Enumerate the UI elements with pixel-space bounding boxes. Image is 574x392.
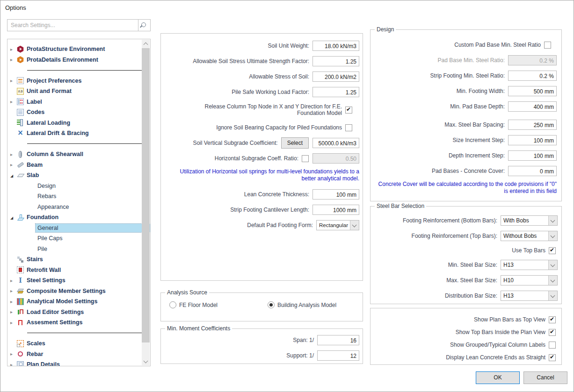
combo-value: H13 xyxy=(501,262,548,268)
strip-cantilever-field[interactable]: 1000 mm xyxy=(312,205,359,215)
ignore-soil-bearing-checkbox[interactable] xyxy=(345,124,352,131)
sidebar-item-label[interactable]: Label xyxy=(7,97,150,107)
project-preferences-icon xyxy=(17,77,24,84)
expand-icon[interactable] xyxy=(10,46,17,53)
subgrade-select-button[interactable]: Select xyxy=(281,137,309,149)
expand-icon[interactable] xyxy=(10,277,17,284)
chevron-down-icon[interactable] xyxy=(548,260,557,270)
sidebar-item-protadetails-environment[interactable]: ProtaDetails Environment xyxy=(7,55,150,65)
max-bar-size-combo[interactable]: H10 xyxy=(501,275,558,285)
min-bar-size-combo[interactable]: H13 xyxy=(501,260,558,270)
lean-ends-straight-checkbox[interactable] xyxy=(549,354,556,361)
group-title: Steel Bar Selection xyxy=(375,203,426,209)
custom-ratio-checkbox[interactable] xyxy=(544,42,551,49)
radio-label: FE Floor Model xyxy=(179,302,218,308)
chevron-down-icon[interactable] xyxy=(548,231,557,241)
ok-button[interactable]: OK xyxy=(476,371,520,384)
sidebar-item-project-preferences[interactable]: Project Preferences xyxy=(7,76,150,86)
pad-footing-form-combo[interactable]: Rectangular xyxy=(316,220,359,230)
radio-label: Building Analysis Model xyxy=(277,302,336,308)
expand-icon[interactable] xyxy=(10,287,17,294)
sidebar-item-codes[interactable]: Codes xyxy=(7,107,150,118)
expand-icon[interactable] xyxy=(10,161,17,168)
sidebar-item-protastructure-environment[interactable]: ProtaStructure Environment xyxy=(7,44,150,55)
span-field[interactable]: 16 xyxy=(317,335,359,345)
min-pad-depth-field[interactable]: 400 mm xyxy=(508,101,557,112)
strip-ratio-field[interactable]: 0.2 % xyxy=(508,71,557,81)
sidebar-item-slab[interactable]: Slab xyxy=(7,170,150,181)
sidebar-item-column-shearwall[interactable]: Column & Shearwall xyxy=(7,149,150,160)
concrete-cover-field[interactable]: 0 mm xyxy=(508,166,557,176)
sidebar-item-foundation-general[interactable]: General xyxy=(7,223,150,234)
scroll-down-icon[interactable] xyxy=(142,357,150,365)
fe-floor-model-radio[interactable]: FE Floor Model xyxy=(169,301,268,308)
scrollbar-thumb[interactable] xyxy=(142,48,150,342)
sidebar-item-beam[interactable]: Beam xyxy=(7,160,150,171)
tree-scrollbar[interactable] xyxy=(142,40,150,365)
sidebar-item-assesment-settings[interactable]: Assesment Settings xyxy=(7,317,150,328)
chevron-down-icon[interactable] xyxy=(548,216,557,225)
sidebar-item-lateral-drift-bracing[interactable]: Lateral Drift & Bracing xyxy=(7,128,150,139)
sidebar-item-rebar[interactable]: Rebar xyxy=(7,349,150,360)
search-input[interactable]: Search Settings... xyxy=(7,19,151,31)
sidebar-item-stairs[interactable]: Stairs xyxy=(7,254,150,265)
depth-step-field[interactable]: 100 mm xyxy=(508,150,557,161)
sidebar-item-slab-rebars[interactable]: Rebars xyxy=(7,191,150,202)
expand-icon[interactable] xyxy=(10,298,17,305)
show-grouped-labels-checkbox[interactable] xyxy=(549,342,556,349)
expand-icon[interactable] xyxy=(10,77,17,84)
sidebar-item-foundation-pile[interactable]: Pile xyxy=(7,244,150,255)
top-bars-combo[interactable]: Without Bobs xyxy=(501,231,558,241)
expand-icon[interactable] xyxy=(10,308,17,315)
sidebar-item-slab-appearance[interactable]: Appearance xyxy=(7,202,150,213)
min-footing-width-field[interactable]: 500 mm xyxy=(508,86,557,96)
building-analysis-model-radio[interactable]: Building Analysis Model xyxy=(268,301,336,308)
cancel-button[interactable]: Cancel xyxy=(523,371,567,384)
use-top-bars-checkbox[interactable] xyxy=(549,247,556,254)
sidebar-item-slab-design[interactable]: Design xyxy=(7,181,150,192)
expand-icon[interactable] xyxy=(10,350,17,357)
plan-details-icon xyxy=(17,361,24,366)
sidebar-item-retrofit-wall[interactable]: Retrofit Wall xyxy=(7,265,150,276)
lean-concrete-field[interactable]: 100 mm xyxy=(312,189,359,200)
sidebar-item-analytical-model-settings[interactable]: Analytical Model Settings xyxy=(7,296,150,307)
expand-icon[interactable] xyxy=(10,151,17,158)
bottom-bars-combo[interactable]: With Bobs xyxy=(501,215,558,226)
uls-factor-field[interactable]: 1.25 xyxy=(312,56,359,66)
soil-unit-weight-field[interactable]: 18.00 kN/m3 xyxy=(312,41,359,51)
collapse-icon[interactable] xyxy=(10,214,17,221)
search-button[interactable] xyxy=(138,20,150,31)
show-top-bars-checkbox[interactable] xyxy=(549,329,556,336)
sidebar-item-foundation-pile-caps[interactable]: Pile Caps xyxy=(7,233,150,244)
chevron-down-icon[interactable] xyxy=(548,276,557,285)
chevron-down-icon[interactable] xyxy=(350,221,359,230)
horizontal-subgrade-checkbox[interactable] xyxy=(302,155,309,162)
support-field[interactable]: 12 xyxy=(317,350,359,361)
release-column-checkbox[interactable] xyxy=(345,107,352,114)
pile-safe-factor-field[interactable]: 1.25 xyxy=(312,87,359,97)
sidebar-item-load-editor-settings[interactable]: Load Editor Settings xyxy=(7,307,150,318)
sidebar-item-steel-settings[interactable]: Steel Settings xyxy=(7,275,150,286)
show-plan-bars-checkbox[interactable] xyxy=(549,316,556,323)
show-plan-bars-label: Show Plan Bars as Top View xyxy=(474,316,545,323)
radio-icon[interactable] xyxy=(268,301,275,308)
expand-icon[interactable] xyxy=(10,56,17,63)
allowable-stress-field[interactable]: 200.0 kN/m2 xyxy=(312,71,359,82)
expand-icon[interactable] xyxy=(10,98,17,105)
sidebar-item-composite-member-settings[interactable]: Composite Member Settings xyxy=(7,286,150,297)
sidebar-item-plan-details[interactable]: Plan Details xyxy=(7,359,150,366)
subgrade-coefficient-field[interactable]: 50000.0 kN/m3 xyxy=(312,138,359,148)
max-spacing-field[interactable]: 250 mm xyxy=(508,120,557,130)
sidebar-item-foundation[interactable]: Foundation xyxy=(7,212,150,223)
chevron-down-icon[interactable] xyxy=(548,291,557,300)
sidebar-item-lateral-loading[interactable]: Lateral Loading xyxy=(7,118,150,128)
size-step-field[interactable]: 100 mm xyxy=(508,135,557,145)
sidebar-item-scales[interactable]: Scales xyxy=(7,338,150,349)
distribution-bar-size-combo[interactable]: H13 xyxy=(501,291,558,301)
radio-icon[interactable] xyxy=(169,301,176,308)
expand-icon[interactable] xyxy=(10,361,17,366)
sidebar-item-unit-and-format[interactable]: Unit and Format xyxy=(7,86,150,97)
expand-icon[interactable] xyxy=(10,319,17,326)
scroll-up-icon[interactable] xyxy=(142,40,150,48)
collapse-icon[interactable] xyxy=(10,172,17,179)
